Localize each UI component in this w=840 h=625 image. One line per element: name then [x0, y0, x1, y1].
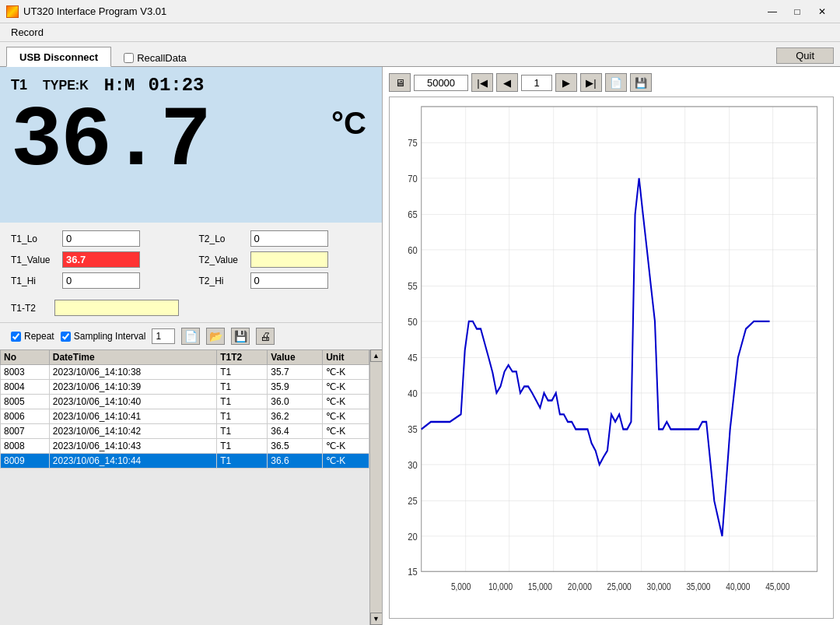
cell-t1t2: T1	[217, 395, 268, 409]
table-row[interactable]: 80092023/10/06_14:10:44T136.6℃-K	[1, 454, 369, 469]
sampling-checkbox[interactable]	[61, 332, 71, 342]
value-fields: T1_Lo T2_Lo T1_Value T2_Value T1_Hi	[0, 223, 382, 297]
col-unit: Unit	[323, 350, 369, 365]
t1-value-label: T1_Value	[11, 255, 58, 265]
t1-hi-row: T1_Hi	[11, 272, 184, 289]
t2-hi-input[interactable]	[250, 272, 328, 289]
maximize-button[interactable]: □	[786, 3, 809, 20]
cell-unit: ℃-K	[323, 424, 369, 439]
cell-no: 8008	[1, 439, 50, 454]
table-row[interactable]: 80052023/10/06_14:10:40T136.0℃-K	[1, 395, 369, 409]
title-bar-controls[interactable]: — □ ✕	[761, 3, 834, 20]
cell-value: 36.6	[268, 454, 323, 469]
interval-input[interactable]	[152, 328, 175, 344]
nav-next-button[interactable]: ▶	[555, 73, 577, 92]
cell-no: 8009	[1, 454, 50, 469]
cell-unit: ℃-K	[323, 439, 369, 454]
app-icon	[6, 5, 19, 18]
cell-unit: ℃-K	[323, 380, 369, 395]
print-button[interactable]: 🖨	[256, 328, 275, 345]
chart-screenshot-button[interactable]: 🖥	[389, 73, 411, 92]
page-number-display: 1	[521, 75, 552, 91]
t2-lo-row: T2_Lo	[199, 230, 372, 247]
t2-hi-row: T2_Hi	[199, 272, 372, 289]
t1-hi-input[interactable]	[62, 272, 140, 289]
t1t2-input[interactable]	[54, 300, 179, 316]
svg-text:35: 35	[408, 423, 418, 435]
table-row[interactable]: 80082023/10/06_14:10:43T136.5℃-K	[1, 439, 369, 454]
chart-svg: 15 20 25 30 35 40 45 50 55 60 65 70 75 5…	[390, 97, 833, 618]
chart-save-button[interactable]: 💾	[630, 73, 652, 92]
cell-datetime: 2023/10/06_14:10:43	[49, 439, 216, 454]
new-file-button[interactable]: 📄	[181, 328, 200, 345]
right-panel: 🖥 50000 |◀ ◀ 1 ▶ ▶| 📄 💾	[383, 67, 840, 625]
cell-t1t2: T1	[217, 409, 268, 424]
col-no: No	[1, 350, 50, 365]
svg-text:70: 70	[408, 173, 418, 184]
scroll-up-button[interactable]: ▲	[370, 349, 383, 362]
svg-text:30: 30	[408, 459, 418, 471]
quit-button-area: Quit	[776, 47, 834, 64]
data-table: No DateTime T1T2 Value Unit 80032023/10/…	[0, 349, 369, 469]
close-button[interactable]: ✕	[810, 3, 834, 20]
recall-data-area: RecallData	[124, 52, 187, 64]
cell-value: 36.2	[268, 409, 323, 424]
t1-value-input[interactable]	[62, 251, 140, 268]
type-label: TYPE:K	[43, 79, 89, 93]
main-content: T1 TYPE:K H:M 01:23 36.7 °C T1_Lo T2_Lo	[0, 67, 840, 625]
nav-prev-button[interactable]: ◀	[496, 73, 518, 92]
nav-last-button[interactable]: ▶|	[580, 73, 602, 92]
col-datetime: DateTime	[49, 350, 216, 365]
col-t1t2: T1T2	[217, 350, 268, 365]
cell-value: 35.9	[268, 380, 323, 395]
total-count-display: 50000	[414, 75, 468, 91]
table-row[interactable]: 80032023/10/06_14:10:38T135.7℃-K	[1, 365, 369, 380]
cell-datetime: 2023/10/06_14:10:39	[49, 380, 216, 395]
t2-lo-input[interactable]	[250, 230, 328, 247]
left-panel: T1 TYPE:K H:M 01:23 36.7 °C T1_Lo T2_Lo	[0, 67, 383, 625]
table-row[interactable]: 80062023/10/06_14:10:41T136.2℃-K	[1, 409, 369, 424]
table-row[interactable]: 80042023/10/06_14:10:39T135.9℃-K	[1, 380, 369, 395]
t1-lo-input[interactable]	[62, 230, 140, 247]
controls-row: Repeat Sampling Interval 📄 📂 💾 🖨	[0, 322, 382, 349]
t1-lo-label: T1_Lo	[11, 233, 58, 244]
cell-t1t2: T1	[217, 365, 268, 380]
t2-value-label: T2_Value	[199, 255, 246, 265]
quit-button[interactable]: Quit	[776, 47, 834, 64]
cell-no: 8004	[1, 380, 50, 395]
t1-hi-label: T1_Hi	[11, 276, 58, 286]
chart-new-button[interactable]: 📄	[605, 73, 627, 92]
svg-text:20: 20	[408, 531, 418, 542]
menu-record[interactable]: Record	[6, 25, 48, 40]
cell-datetime: 2023/10/06_14:10:40	[49, 395, 216, 409]
t2-value-input[interactable]	[250, 251, 328, 268]
table-scroll-wrapper[interactable]: No DateTime T1T2 Value Unit 80032023/10/…	[0, 349, 369, 625]
minimize-button[interactable]: —	[761, 3, 784, 20]
recall-data-checkbox[interactable]	[124, 53, 134, 63]
cell-datetime: 2023/10/06_14:10:44	[49, 454, 216, 469]
cell-no: 8005	[1, 395, 50, 409]
repeat-checkbox[interactable]	[11, 332, 21, 342]
cell-t1t2: T1	[217, 380, 268, 395]
cell-no: 8003	[1, 365, 50, 380]
svg-text:40,000: 40,000	[726, 581, 750, 592]
table-scrollbar[interactable]: ▲ ▼	[369, 349, 382, 625]
cell-value: 36.5	[268, 439, 323, 454]
svg-text:30,000: 30,000	[647, 581, 671, 592]
open-file-button[interactable]: 📂	[206, 328, 225, 345]
nav-first-button[interactable]: |◀	[471, 73, 493, 92]
temperature-unit: °C	[331, 106, 366, 141]
repeat-label: Repeat	[24, 331, 54, 342]
save-button[interactable]: 💾	[231, 328, 250, 345]
chart-toolbar: 🖥 50000 |◀ ◀ 1 ▶ ▶| 📄 💾	[389, 73, 834, 92]
table-row[interactable]: 80072023/10/06_14:10:42T136.4℃-K	[1, 424, 369, 439]
t1t2-row: T1-T2	[0, 297, 382, 322]
cell-unit: ℃-K	[323, 409, 369, 424]
tab-usb-disconnect[interactable]: USB Disconnect	[6, 47, 111, 67]
svg-text:10,000: 10,000	[488, 581, 513, 592]
svg-text:15: 15	[408, 566, 418, 578]
big-temperature-value: 36.7	[11, 99, 371, 184]
cell-datetime: 2023/10/06_14:10:41	[49, 409, 216, 424]
svg-text:65: 65	[408, 209, 418, 220]
scroll-down-button[interactable]: ▼	[370, 613, 383, 625]
